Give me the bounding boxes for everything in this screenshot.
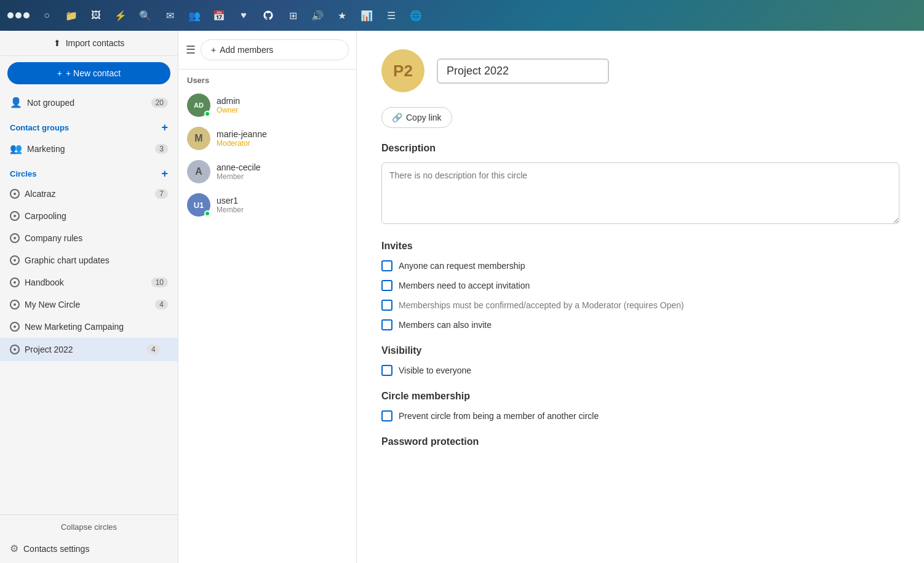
circle-bullet-icon — [10, 211, 20, 221]
member-avatar-anne-cecile: A — [187, 160, 210, 183]
member-info-user1: user1 Member — [217, 196, 340, 214]
import-icon: ⬆ — [54, 38, 61, 48]
circle-bullet-icon — [10, 322, 20, 332]
add-contact-group-button[interactable]: + — [161, 122, 168, 133]
github-icon[interactable] — [261, 8, 276, 23]
sidebar-item-not-grouped[interactable]: 👤 Not grouped 20 — [0, 90, 178, 114]
member-row-anne-cecile[interactable]: A anne-cecile Member ··· — [178, 155, 356, 188]
member-avatar-admin: AD — [187, 94, 210, 117]
sidebar: ⬆ Import contacts + + New contact 👤 Not … — [0, 31, 178, 563]
dashboard-icon[interactable]: ⊞ — [285, 8, 300, 23]
circles-section: Circles + — [0, 161, 178, 183]
invite-label-1: Anyone can request membership — [399, 261, 525, 271]
online-indicator — [204, 111, 210, 117]
heart-icon[interactable]: ♥ — [236, 8, 251, 23]
collapse-panel-button[interactable]: ☰ — [186, 43, 196, 57]
invites-label: Invites — [381, 241, 899, 252]
sidebar-item-company-rules[interactable]: Company rules — [0, 227, 178, 249]
visibility-label: Visibility — [381, 345, 899, 356]
circle-membership-checkbox-1[interactable] — [381, 410, 392, 421]
right-panel: P2 🔗 Copy link Description Invites Anyon… — [357, 31, 924, 563]
invite-option-3: Memberships must be confirmed/accepted b… — [381, 300, 899, 311]
list-icon[interactable]: ☰ — [384, 8, 399, 23]
import-contacts-button[interactable]: ⬆ Import contacts — [0, 31, 178, 56]
invite-checkbox-1[interactable] — [381, 260, 392, 271]
visibility-label-1: Visible to everyone — [399, 365, 471, 375]
circle-bullet-icon — [10, 278, 20, 287]
member-avatar-user1: U1 — [187, 193, 210, 217]
circle-bullet-icon — [10, 189, 20, 199]
middle-panel: ☰ + Add members Users AD admin Owner M — [178, 31, 357, 563]
link-icon: 🔗 — [392, 113, 402, 122]
mail-icon[interactable]: ✉ — [162, 8, 177, 23]
users-section-label: Users — [178, 70, 356, 89]
circle-membership-option-1: Prevent circle from being a member of an… — [381, 410, 899, 421]
contact-groups-section: Contact groups + — [0, 114, 178, 137]
invite-checkbox-2[interactable] — [381, 280, 392, 291]
calendar-icon[interactable]: 📅 — [212, 8, 226, 23]
contacts-icon[interactable]: 👥 — [187, 8, 202, 23]
description-textarea[interactable] — [381, 162, 899, 224]
invite-checkbox-4[interactable] — [381, 319, 392, 330]
sidebar-item-new-marketing[interactable]: New Marketing Campaing — [0, 316, 178, 338]
plus-icon: + — [57, 68, 62, 78]
add-members-button[interactable]: + Add members — [201, 39, 349, 60]
logo[interactable] — [7, 8, 30, 23]
gear-icon: ⚙ — [10, 543, 18, 554]
member-avatar-marie-jeanne: M — [187, 127, 210, 150]
invite-option-4: Members can also invite — [381, 319, 899, 330]
photos-icon[interactable]: 🖼 — [89, 8, 103, 23]
invite-option-1: Anyone can request membership — [381, 260, 899, 271]
member-row-user1[interactable]: U1 user1 Member ··· — [178, 188, 356, 222]
globe-icon[interactable]: 🌐 — [408, 8, 423, 23]
invites-section: Invites Anyone can request membership Me… — [381, 241, 899, 330]
sidebar-item-graphic-chart[interactable]: Graphic chart updates — [0, 249, 178, 271]
circle-bullet-icon — [10, 233, 20, 243]
sidebar-item-marketing[interactable]: 👥 Marketing 3 — [0, 137, 178, 161]
circle-header: P2 — [381, 49, 899, 92]
sidebar-item-my-new-circle[interactable]: My New Circle 4 — [0, 293, 178, 316]
invite-label-2: Members need to accept invitation — [399, 281, 530, 290]
visibility-checkbox-1[interactable] — [381, 365, 392, 376]
marketing-icon: 👥 — [10, 143, 22, 154]
circle-avatar: P2 — [381, 49, 424, 92]
circle-membership-section: Circle membership Prevent circle from be… — [381, 391, 899, 421]
plus-icon: + — [211, 45, 216, 55]
middle-header: ☰ + Add members — [178, 31, 356, 70]
password-label: Password protection — [381, 436, 899, 447]
circles-list: Alcatraz 7 Carpooling Company rules Grap… — [0, 183, 178, 361]
collapse-circles-button[interactable]: Collapse circles — [0, 517, 178, 537]
topbar: ○ 📁 🖼 ⚡ 🔍 ✉ 👥 📅 ♥ ⊞ 🔊 ★ 📊 ☰ 🌐 — [0, 0, 924, 31]
speaker-icon[interactable]: 🔊 — [310, 8, 325, 23]
new-contact-button[interactable]: + + New contact — [7, 62, 170, 84]
contacts-settings-button[interactable]: ⚙ Contacts settings — [0, 537, 178, 561]
member-row-marie-jeanne[interactable]: M marie-jeanne Moderator ··· — [178, 122, 356, 155]
person-icon: 👤 — [10, 97, 22, 108]
sidebar-item-project-2022[interactable]: Project 2022 4 ··· — [0, 338, 178, 361]
search-icon[interactable]: 🔍 — [138, 8, 153, 23]
circle-bullet-icon — [10, 255, 20, 265]
sidebar-item-handbook[interactable]: Handbook 10 — [0, 271, 178, 293]
chart-icon[interactable]: 📊 — [359, 8, 374, 23]
sidebar-item-carpooling[interactable]: Carpooling — [0, 205, 178, 227]
import-label: Import contacts — [66, 38, 125, 48]
star-icon[interactable]: ★ — [335, 8, 349, 23]
copy-link-button[interactable]: 🔗 Copy link — [381, 107, 452, 128]
home-icon[interactable]: ○ — [39, 8, 54, 23]
files-icon[interactable]: 📁 — [64, 8, 79, 23]
password-section: Password protection — [381, 436, 899, 447]
circle-name-input[interactable] — [437, 58, 609, 84]
invite-label-3: Memberships must be confirmed/accepted b… — [399, 300, 684, 310]
activity-icon[interactable]: ⚡ — [113, 8, 128, 23]
visibility-option-1: Visible to everyone — [381, 365, 899, 376]
member-info-admin: admin Owner — [217, 96, 348, 114]
circle-membership-label-1: Prevent circle from being a member of an… — [399, 411, 599, 421]
invite-label-4: Members can also invite — [399, 320, 492, 330]
member-row-admin[interactable]: AD admin Owner — [178, 89, 356, 122]
sidebar-item-alcatraz[interactable]: Alcatraz 7 — [0, 183, 178, 205]
visibility-section: Visibility Visible to everyone — [381, 345, 899, 376]
invite-checkbox-3[interactable] — [381, 300, 392, 311]
add-circle-button[interactable]: + — [161, 168, 168, 179]
member-info-anne-cecile: anne-cecile Member — [217, 162, 340, 181]
circle-bullet-icon — [10, 345, 20, 354]
